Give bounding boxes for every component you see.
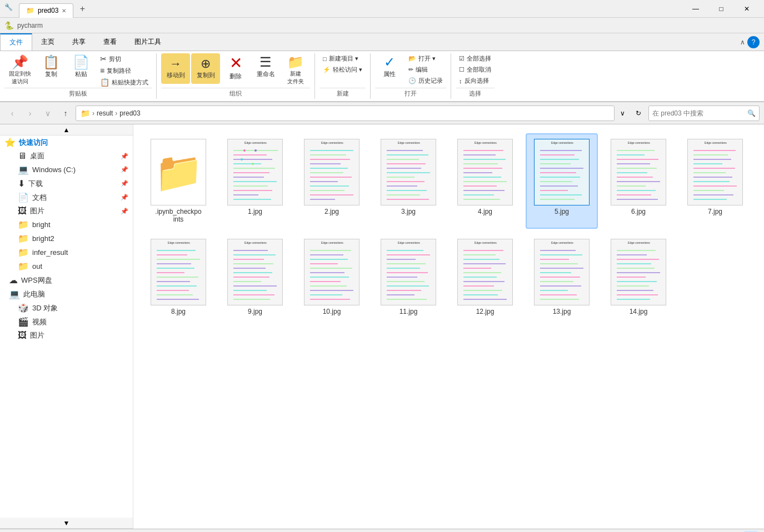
select-items: ☑ 全部选择 ☐ 全部取消 ↕ 反向选择 [456,53,495,88]
maximize-button[interactable]: □ [708,0,734,18]
up-button[interactable]: ↑ [58,106,73,121]
sidebar-item-3dobjects[interactable]: 🎲 3D 对象 [0,301,133,315]
new-item-button[interactable]: □ 新建项目 ▾ [319,53,366,64]
jpg-thumb-2: Edge connections [304,139,359,205]
select-none-button[interactable]: ☐ 全部取消 [456,64,495,75]
easy-access-button[interactable]: ⚡ 轻松访问 ▾ [319,64,366,75]
sidebar-item-download[interactable]: ⬇ 下载 📌 [0,177,133,190]
jpg-thumb-6: Edge connections [611,139,666,205]
recent-button[interactable]: ∨ [40,106,56,121]
ribbon-group-clipboard: 📌 固定到快速访问 📋 复制 📄 粘贴 ✂ 剪切 [0,53,157,99]
search-input[interactable] [652,109,745,117]
back-button[interactable]: ‹ [4,106,20,121]
file-item-8jpg[interactable]: Edge connections [142,233,214,321]
sidebar-item-images[interactable]: 🖼 图片 [0,329,133,342]
file-item-12jpg[interactable]: Edge connections [449,233,521,321]
tab-view[interactable]: 查看 [94,34,126,50]
sidebar-item-wps[interactable]: ☁ WPS网盘 [0,273,133,287]
tab-share[interactable]: 共享 [63,34,94,50]
address-dropdown-button[interactable]: ∨ [617,108,628,118]
svg-text:Edge connections: Edge connections [628,141,650,144]
minimize-button[interactable]: — [683,0,708,18]
collapse-icon[interactable]: ∧ [740,38,745,46]
file-item-checkpoints[interactable]: 📁 .ipynb_checkpoints [142,133,214,229]
refresh-button[interactable]: ↻ [631,106,646,121]
file-item-13jpg[interactable]: Edge connections [526,233,598,321]
copy-button[interactable]: 📋 复制 [37,53,66,81]
file-item-11jpg[interactable]: Edge connections [372,233,445,321]
file-item-5jpg[interactable]: Edge connections [526,133,598,229]
svg-text:Edge connections: Edge connections [244,241,267,244]
file-item-14jpg[interactable]: Edge connections [602,233,675,321]
sidebar-item-quickaccess[interactable]: ⭐ 快速访问 [0,135,133,149]
copy-path-button[interactable]: ≡ 复制路径 [97,65,152,76]
history-button[interactable]: 🕒 历史记录 [405,76,446,86]
file-item-4jpg[interactable]: Edge connections [449,133,521,229]
file-name-3jpg: 3.jpg [401,208,416,215]
sidebar-item-thispc[interactable]: 💻 此电脑 [0,287,133,301]
properties-icon: ✓ [384,56,395,69]
sidebar-item-desktop[interactable]: 🖥 桌面 📌 [0,149,133,163]
forward-button[interactable]: › [22,106,38,121]
sidebar-scroll-up[interactable]: ▲ [0,124,133,135]
jpg-thumbnail-1: Edge connections [227,139,283,205]
file-item-1jpg[interactable]: Edge connections [219,133,291,229]
cut-button[interactable]: ✂ 剪切 [97,53,152,64]
file-item-10jpg[interactable]: Edge connections [296,233,368,321]
tab-file[interactable]: 文件 [0,33,32,51]
paste-button[interactable]: 📄 粘贴 [67,53,96,81]
new-folder-button[interactable]: 📁 新建文件夹 [281,53,310,88]
new-tab-button[interactable]: + [76,2,89,16]
download-icon: ⬇ [18,178,25,189]
jpg-thumb-10: Edge connections [304,239,359,305]
tab-picture-tools[interactable]: 图片工具 [126,34,170,50]
sidebar-item-bright2[interactable]: 📁 bright2 [0,232,133,245]
move-to-button[interactable]: → 移动到 [161,53,190,84]
jpg-thumbnail-2: Edge connections [304,139,359,205]
path-pred03[interactable]: pred03 [119,109,140,117]
sidebar-label-images: 图片 [30,330,44,340]
current-tab[interactable]: 📁 pred03 ✕ [19,3,73,18]
sidebar-item-videos[interactable]: 🎬 视频 [0,315,133,329]
sidebar-item-infer-result[interactable]: 📁 infer_result [0,245,133,259]
file-item-9jpg[interactable]: Edge connections [219,233,291,321]
windowsc-icon: 💻 [18,164,29,175]
copy-to-button[interactable]: ⊕ 复制到 [191,53,220,84]
address-path[interactable]: 📁 › result › pred03 [76,106,615,121]
close-button[interactable]: ✕ [734,0,760,18]
paste-shortcut-button[interactable]: 📋 粘贴快捷方式 [97,77,152,88]
sidebar-item-bright[interactable]: 📁 bright [0,218,133,232]
sidebar-item-pictures[interactable]: 🖼 图片 📌 [0,204,133,218]
invert-select-button[interactable]: ↕ 反向选择 [456,76,495,86]
file-item-6jpg[interactable]: Edge connections [602,133,675,229]
paste-label: 粘贴 [75,70,87,78]
new-folder-label: 新建文件夹 [287,70,304,86]
tab-home[interactable]: 主页 [32,34,63,50]
path-result[interactable]: result [97,109,113,117]
sidebar-label-pictures: 图片 [30,206,44,216]
select-all-button[interactable]: ☑ 全部选择 [456,53,495,64]
edit-button[interactable]: ✏ 编辑 [405,64,446,75]
file-item-2jpg[interactable]: Edge connections [296,133,368,229]
out-icon: 📁 [18,261,29,272]
pin-button[interactable]: 📌 固定到快速访问 [4,53,36,88]
jpg-thumbnail-4: Edge connections [457,139,513,205]
delete-button[interactable]: ✕ 删除 [221,53,250,83]
rename-button[interactable]: ☰ 重命名 [251,53,280,81]
file-item-7jpg[interactable]: Edge connections [679,133,751,229]
jpg-thumbnail-3: Edge connections [381,139,436,205]
sidebar-item-windowsc[interactable]: 💻 Windows (C:) 📌 [0,163,133,177]
sidebar-item-documents[interactable]: 📄 文档 📌 [0,190,133,204]
file-item-3jpg[interactable]: Edge connections [372,133,445,229]
jpg-thumbnail-9: Edge connections [227,239,283,305]
tab-close-button[interactable]: ✕ [62,8,66,14]
sidebar-label-documents: 文档 [32,193,47,203]
new-label: 新建 [319,88,366,99]
help-button[interactable]: ? [747,36,760,48]
sidebar-scroll-down[interactable]: ▼ [0,518,133,529]
open-button[interactable]: 📂 打开 ▾ [405,53,446,64]
properties-button[interactable]: ✓ 属性 [375,53,404,81]
file-name-8jpg: 8.jpg [171,308,186,315]
svg-text:Edge connections: Edge connections [628,241,650,244]
sidebar-item-out[interactable]: 📁 out [0,259,133,273]
